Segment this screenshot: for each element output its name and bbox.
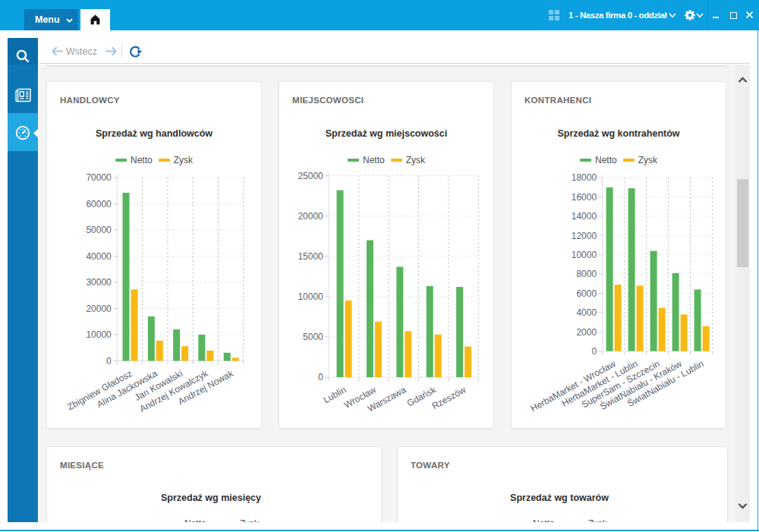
svg-text:4000: 4000 [576, 307, 597, 318]
svg-text:2000: 2000 [576, 327, 597, 338]
svg-text:60000: 60000 [86, 199, 112, 209]
svg-text:0: 0 [318, 372, 323, 382]
svg-text:40000: 40000 [86, 251, 112, 262]
svg-text:15000: 15000 [298, 251, 323, 262]
svg-text:10000: 10000 [86, 329, 112, 340]
svg-text:25000: 25000 [298, 171, 323, 181]
svg-text:20000: 20000 [86, 304, 112, 314]
svg-text:Rzeszów: Rzeszów [430, 384, 468, 411]
svg-text:70000: 70000 [86, 172, 112, 183]
svg-text:5000: 5000 [303, 332, 323, 342]
svg-text:0: 0 [591, 346, 597, 357]
svg-text:16000: 16000 [572, 192, 597, 203]
svg-text:10000: 10000 [298, 291, 323, 302]
svg-text:0: 0 [106, 356, 112, 367]
svg-text:14000: 14000 [572, 211, 597, 222]
svg-text:8000: 8000 [576, 269, 597, 279]
svg-text:20000: 20000 [298, 211, 323, 222]
svg-text:6000: 6000 [576, 288, 597, 299]
svg-text:18000: 18000 [572, 172, 597, 183]
svg-text:30000: 30000 [86, 277, 112, 288]
svg-text:50000: 50000 [86, 225, 112, 235]
svg-text:10000: 10000 [572, 250, 597, 260]
svg-text:12000: 12000 [572, 231, 597, 241]
